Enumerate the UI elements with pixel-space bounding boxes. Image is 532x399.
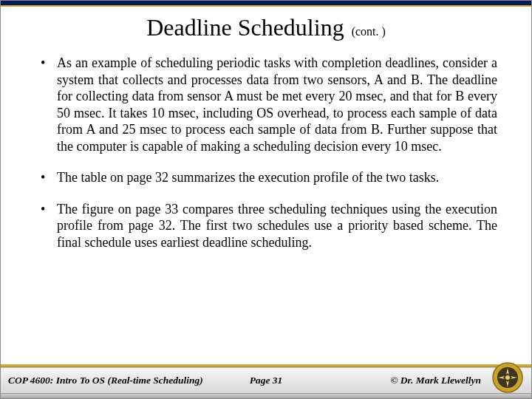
top-accent-bar (1, 1, 531, 7)
footer-course: COP 4600: Intro To OS (Real-time Schedul… (1, 375, 203, 386)
body-area: As an example of scheduling periodic tas… (1, 55, 531, 250)
slide-title-cont: (cont. ) (352, 25, 386, 38)
footer: COP 4600: Intro To OS (Real-time Schedul… (1, 364, 531, 398)
footer-bottom-bar (1, 394, 531, 398)
bullet-list: As an example of scheduling periodic tas… (35, 55, 497, 250)
svg-point-2 (505, 375, 510, 380)
footer-bar: COP 4600: Intro To OS (Real-time Schedul… (1, 367, 531, 394)
bullet-item: As an example of scheduling periodic tas… (35, 55, 497, 154)
bullet-item: The figure on page 33 compares three sch… (35, 201, 497, 251)
bullet-item: The table on page 32 summarizes the exec… (35, 169, 497, 186)
slide-title: Deadline Scheduling (146, 14, 344, 41)
slide: Deadline Scheduling (cont. ) As an examp… (0, 0, 532, 399)
footer-author: © Dr. Mark Llewellyn (390, 375, 481, 386)
ucf-logo-icon (491, 361, 524, 394)
title-area: Deadline Scheduling (cont. ) (1, 14, 531, 41)
footer-page: Page 31 (250, 375, 283, 386)
